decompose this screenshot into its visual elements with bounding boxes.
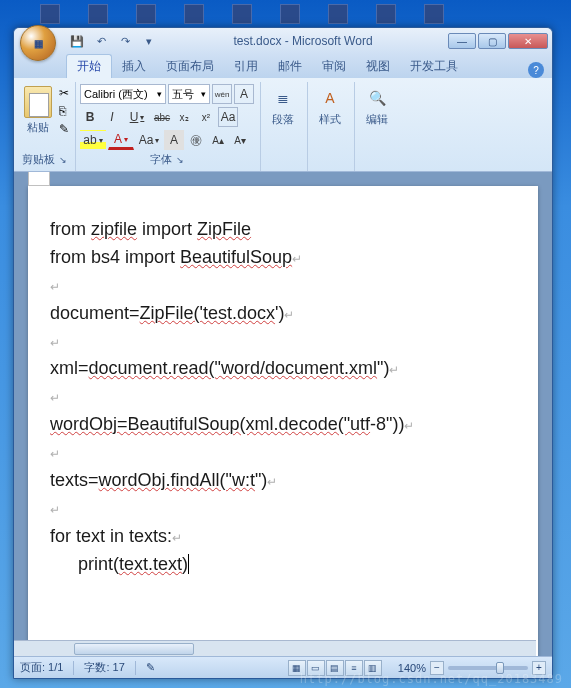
char-border-button[interactable]: A bbox=[234, 84, 254, 104]
scrollbar-thumb[interactable] bbox=[74, 643, 194, 655]
taskbar-icon[interactable] bbox=[280, 4, 300, 24]
paragraph-button[interactable]: ≣ 段落 bbox=[265, 84, 301, 129]
view-print-layout[interactable]: ▦ bbox=[288, 660, 306, 676]
tab-dev[interactable]: 开发工具 bbox=[400, 55, 468, 78]
page-indicator[interactable]: 页面: 1/1 bbox=[20, 660, 63, 675]
proofing-status[interactable]: ✎ bbox=[146, 661, 155, 674]
group-editing: 🔍 编辑 bbox=[357, 82, 401, 171]
font-size-select[interactable]: 五号 ▾ bbox=[168, 84, 210, 104]
subscript-button[interactable]: x₂ bbox=[174, 107, 194, 127]
quick-access-toolbar: 💾 ↶ ↷ ▾ bbox=[68, 32, 158, 50]
font-dialog-launcher[interactable]: ↘ bbox=[176, 155, 184, 165]
tab-layout[interactable]: 页面布局 bbox=[156, 55, 224, 78]
find-icon: 🔍 bbox=[365, 86, 389, 110]
code-line[interactable]: ↵ bbox=[50, 495, 516, 523]
enclosed-char-button[interactable]: ㊝ bbox=[186, 130, 206, 150]
clipboard-dialog-launcher[interactable]: ↘ bbox=[59, 155, 67, 165]
taskbar-icon[interactable] bbox=[328, 4, 348, 24]
bold-button[interactable]: B bbox=[80, 107, 100, 127]
paste-button[interactable]: 粘贴 bbox=[20, 84, 56, 137]
window-controls: — ▢ ✕ bbox=[448, 33, 548, 49]
font-color-button[interactable]: A▾ bbox=[108, 130, 134, 150]
tab-view[interactable]: 视图 bbox=[356, 55, 400, 78]
undo-button[interactable]: ↶ bbox=[92, 32, 110, 50]
tab-mail[interactable]: 邮件 bbox=[268, 55, 312, 78]
tab-reference[interactable]: 引用 bbox=[224, 55, 268, 78]
code-line[interactable]: wordObj=BeautifulSoup(xml.decode("utf-8"… bbox=[50, 411, 516, 439]
word-count[interactable]: 字数: 17 bbox=[84, 660, 124, 675]
chevron-down-icon: ▾ bbox=[99, 136, 103, 145]
tab-review[interactable]: 审阅 bbox=[312, 55, 356, 78]
zoom-slider-thumb[interactable] bbox=[496, 662, 504, 674]
strike-button[interactable]: abc bbox=[152, 107, 172, 127]
titlebar[interactable]: ▦ 💾 ↶ ↷ ▾ test.docx - Microsoft Word — ▢… bbox=[14, 28, 552, 54]
superscript-button[interactable]: x² bbox=[196, 107, 216, 127]
code-line[interactable]: print(text.text) bbox=[50, 551, 516, 579]
document-area[interactable]: from zipfile import ZipFilefrom bs4 impo… bbox=[14, 172, 552, 656]
font-name-select[interactable]: Calibri (西文) ▾ bbox=[80, 84, 166, 104]
taskbar-icon[interactable] bbox=[424, 4, 444, 24]
code-line[interactable]: from bs4 import BeautifulSoup↵ bbox=[50, 244, 516, 272]
view-full-screen[interactable]: ▭ bbox=[307, 660, 325, 676]
highlight-button[interactable]: ab▾ bbox=[80, 130, 106, 150]
code-line[interactable]: texts=wordObj.findAll("w:t")↵ bbox=[50, 467, 516, 495]
font-name-value: Calibri (西文) bbox=[84, 87, 148, 102]
code-line[interactable]: from zipfile import ZipFile bbox=[50, 216, 516, 244]
taskbar-icon[interactable] bbox=[88, 4, 108, 24]
styles-button[interactable]: A 样式 bbox=[312, 84, 348, 129]
zoom-level[interactable]: 140% bbox=[398, 662, 426, 674]
minimize-button[interactable]: — bbox=[448, 33, 476, 49]
format-painter-button[interactable]: ✎ bbox=[59, 122, 69, 136]
editing-button[interactable]: 🔍 编辑 bbox=[359, 84, 395, 129]
view-draft[interactable]: ▥ bbox=[364, 660, 382, 676]
copy-button[interactable]: ⎘ bbox=[59, 104, 69, 118]
styles-icon: A bbox=[318, 86, 342, 110]
window-title: test.docx - Microsoft Word bbox=[158, 34, 448, 48]
zoom-in-button[interactable]: + bbox=[532, 661, 546, 675]
underline-button[interactable]: U▾ bbox=[124, 107, 150, 127]
taskbar-icon[interactable] bbox=[40, 4, 60, 24]
code-line[interactable]: ↵ bbox=[50, 383, 516, 411]
save-button[interactable]: 💾 bbox=[68, 32, 86, 50]
desktop-taskbar bbox=[0, 0, 571, 28]
office-button[interactable]: ▦ bbox=[20, 25, 56, 61]
taskbar-icon[interactable] bbox=[376, 4, 396, 24]
redo-button[interactable]: ↷ bbox=[116, 32, 134, 50]
view-buttons: ▦ ▭ ▤ ≡ ▥ bbox=[288, 660, 382, 676]
tab-insert[interactable]: 插入 bbox=[112, 55, 156, 78]
help-button[interactable]: ? bbox=[528, 62, 544, 78]
horizontal-scrollbar[interactable] bbox=[14, 640, 536, 656]
zoom-slider[interactable] bbox=[448, 666, 528, 670]
zoom-out-button[interactable]: − bbox=[430, 661, 444, 675]
chevron-down-icon: ▾ bbox=[124, 135, 128, 144]
group-clipboard-label: 剪贴板 bbox=[22, 152, 55, 167]
code-line[interactable]: xml=document.read("word/document.xml")↵ bbox=[50, 355, 516, 383]
phonetic-guide-button[interactable]: wén bbox=[212, 84, 232, 104]
code-line[interactable]: ↵ bbox=[50, 272, 516, 300]
cut-button[interactable]: ✂ bbox=[59, 86, 69, 100]
char-shading-button[interactable]: A bbox=[164, 130, 184, 150]
document-content[interactable]: from zipfile import ZipFilefrom bs4 impo… bbox=[50, 216, 516, 579]
code-line[interactable]: ↵ bbox=[50, 328, 516, 356]
tab-home[interactable]: 开始 bbox=[66, 54, 112, 78]
group-paragraph: ≣ 段落 bbox=[263, 82, 308, 171]
italic-button[interactable]: I bbox=[102, 107, 122, 127]
code-line[interactable]: document=ZipFile('test.docx')↵ bbox=[50, 300, 516, 328]
code-line[interactable]: for text in texts:↵ bbox=[50, 523, 516, 551]
taskbar-icon[interactable] bbox=[232, 4, 252, 24]
taskbar-icon[interactable] bbox=[136, 4, 156, 24]
clear-format-button[interactable]: Aa bbox=[218, 107, 238, 127]
qat-more-button[interactable]: ▾ bbox=[140, 32, 158, 50]
taskbar-icon[interactable] bbox=[184, 4, 204, 24]
change-case-button[interactable]: Aa▾ bbox=[136, 130, 162, 150]
maximize-button[interactable]: ▢ bbox=[478, 33, 506, 49]
document-page[interactable]: from zipfile import ZipFilefrom bs4 impo… bbox=[28, 186, 538, 656]
close-button[interactable]: ✕ bbox=[508, 33, 548, 49]
group-font: Calibri (西文) ▾ 五号 ▾ wén A B I bbox=[78, 82, 261, 171]
shrink-font-button[interactable]: A▾ bbox=[230, 130, 250, 150]
grow-font-button[interactable]: A▴ bbox=[208, 130, 228, 150]
group-clipboard: 粘贴 ✂ ⎘ ✎ 剪贴板 ↘ bbox=[18, 82, 76, 171]
code-line[interactable]: ↵ bbox=[50, 439, 516, 467]
view-outline[interactable]: ≡ bbox=[345, 660, 363, 676]
view-web-layout[interactable]: ▤ bbox=[326, 660, 344, 676]
